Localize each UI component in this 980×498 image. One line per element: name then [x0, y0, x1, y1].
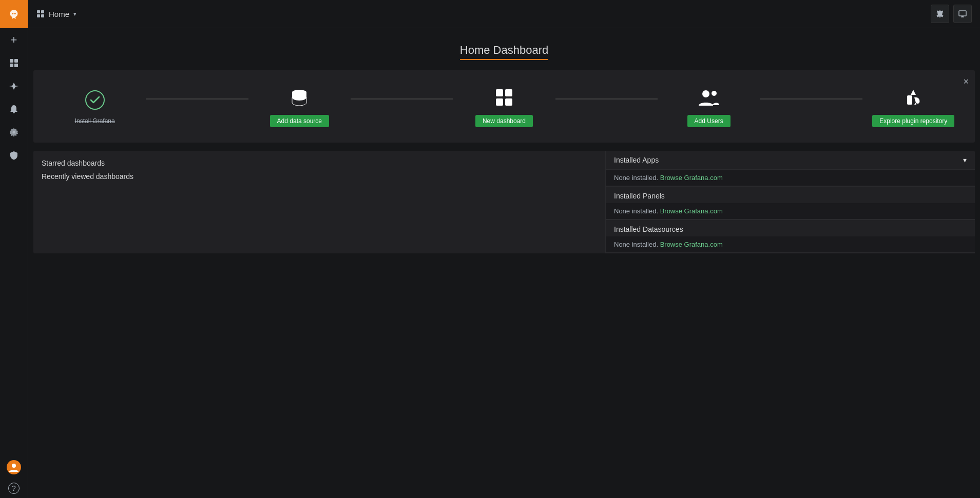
svg-point-1: [12, 13, 13, 14]
explore-plugins-icon: [903, 86, 924, 109]
grafana-logo[interactable]: [0, 0, 28, 28]
new-dashboard-icon: [494, 86, 514, 109]
svg-rect-26: [907, 95, 912, 105]
installed-datasources-title: Installed Datasources: [606, 220, 975, 236]
sidebar-item-alerting[interactable]: [0, 97, 28, 121]
step-new-dashboard: New dashboard: [453, 86, 555, 127]
installed-apps-none-text: None installed.: [614, 174, 658, 182]
step-connector-2: [351, 98, 453, 99]
svg-point-2: [14, 13, 16, 14]
screen-icon: [958, 10, 967, 18]
step-add-datasource: Add data source: [248, 86, 351, 127]
right-panel: Installed Apps ▾ None installed. Browse …: [605, 151, 975, 253]
svg-rect-10: [37, 10, 40, 13]
installed-panels-row: None installed. Browse Grafana.com: [606, 203, 975, 220]
step-install-grafana: Install Grafana: [44, 88, 146, 125]
checkmark-circle-icon: [85, 90, 105, 110]
add-datasource-button[interactable]: Add data source: [270, 115, 329, 127]
sidebar-item-help[interactable]: ?: [8, 483, 20, 494]
sidebar-item-explore[interactable]: [0, 74, 28, 97]
gear-icon: [936, 10, 944, 18]
installed-panels-section: Installed Panels None installed. Browse …: [606, 187, 975, 220]
svg-rect-23: [505, 98, 512, 106]
explore-plugins-button[interactable]: Explore plugin repository: [872, 115, 954, 127]
recent-dashboards-link[interactable]: Recently viewed dashboards: [42, 172, 597, 181]
installed-apps-browse-link[interactable]: Browse Grafana.com: [660, 174, 723, 182]
installed-panels-title: Installed Panels: [606, 187, 975, 203]
user-avatar[interactable]: [0, 455, 28, 479]
avatar-initials: [7, 460, 21, 474]
close-getting-started-button[interactable]: ×: [963, 76, 969, 87]
settings-button[interactable]: [931, 5, 949, 23]
installed-datasources-row: None installed. Browse Grafana.com: [606, 236, 975, 253]
topbar: Home ▾: [28, 0, 980, 28]
bottom-panels: Starred dashboards Recently viewed dashb…: [33, 151, 975, 253]
step-connector-3: [555, 98, 658, 99]
step-add-users: Add Users: [658, 86, 760, 127]
display-button[interactable]: [953, 5, 972, 23]
svg-point-24: [702, 90, 709, 97]
page-content: Home Dashboard × Install Grafana: [28, 28, 980, 498]
installed-apps-header[interactable]: Installed Apps ▾: [606, 151, 975, 170]
installed-datasources-section: Installed Datasources None installed. Br…: [606, 220, 975, 253]
steps-row: Install Grafana Add data source: [44, 86, 965, 127]
main-content: Home ▾ Home Dashboard: [28, 0, 980, 498]
step-connector-1: [146, 98, 248, 99]
add-users-button[interactable]: Add Users: [687, 115, 731, 127]
installed-apps-chevron: ▾: [963, 156, 967, 164]
topbar-actions: [931, 5, 972, 23]
sidebar-item-create[interactable]: +: [0, 28, 28, 51]
dashboard-grid-icon: [494, 87, 514, 108]
installed-apps-row: None installed. Browse Grafana.com: [606, 170, 975, 186]
svg-rect-15: [959, 11, 966, 16]
svg-rect-6: [14, 64, 18, 67]
svg-rect-22: [496, 98, 503, 106]
database-icon: [289, 87, 310, 108]
installed-panels-browse-link[interactable]: Browse Grafana.com: [660, 207, 723, 215]
installed-datasources-browse-link[interactable]: Browse Grafana.com: [660, 241, 723, 248]
page-title: Home Dashboard: [460, 44, 548, 60]
svg-rect-20: [496, 89, 503, 96]
svg-rect-3: [10, 59, 13, 63]
topbar-title: Home: [49, 10, 69, 18]
svg-rect-12: [37, 14, 40, 17]
step-connector-4: [760, 98, 862, 99]
svg-rect-11: [41, 10, 44, 13]
sidebar-item-configuration[interactable]: [0, 121, 28, 144]
starred-dashboards-link[interactable]: Starred dashboards: [42, 159, 597, 167]
step-explore-plugins: Explore plugin repository: [862, 86, 965, 127]
installed-apps-title: Installed Apps: [614, 156, 659, 164]
svg-rect-13: [41, 14, 44, 17]
svg-rect-21: [505, 89, 512, 96]
install-grafana-label: Install Grafana: [75, 117, 115, 125]
add-datasource-icon: [289, 86, 310, 109]
getting-started-card: × Install Grafana: [33, 70, 975, 143]
grid-icon: [36, 10, 45, 18]
left-panel: Starred dashboards Recently viewed dashb…: [33, 151, 605, 253]
svg-point-25: [712, 91, 717, 96]
installed-panels-none-text: None installed.: [614, 207, 658, 215]
svg-point-18: [86, 91, 104, 109]
sidebar-item-shield[interactable]: [0, 144, 28, 167]
svg-rect-4: [14, 59, 18, 63]
add-users-icon: [698, 86, 720, 109]
users-icon: [698, 87, 720, 108]
install-grafana-icon: [85, 88, 105, 111]
installed-apps-section: Installed Apps ▾ None installed. Browse …: [606, 151, 975, 187]
topbar-dropdown-icon: ▾: [73, 11, 76, 17]
page-title-section: Home Dashboard: [28, 28, 980, 70]
plugin-icon: [903, 87, 924, 108]
svg-point-9: [12, 464, 16, 468]
new-dashboard-button[interactable]: New dashboard: [475, 115, 533, 127]
installed-datasources-none-text: None installed.: [614, 241, 658, 248]
sidebar: +: [0, 0, 28, 498]
svg-rect-5: [10, 64, 13, 67]
topbar-home[interactable]: Home ▾: [36, 10, 76, 18]
sidebar-item-dashboards[interactable]: [0, 51, 28, 74]
